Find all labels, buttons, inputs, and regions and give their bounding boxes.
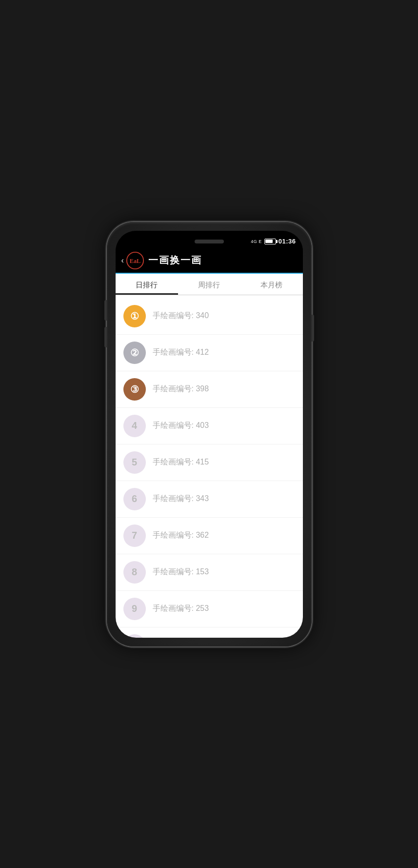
power-button[interactable] — [312, 315, 314, 342]
rank-badge-3: ③ — [123, 378, 146, 401]
list-item[interactable]: 10 手绘画编号: 359 — [116, 627, 303, 638]
signal-indicator: 4G E — [251, 239, 262, 244]
svg-text:EaL: EaL — [130, 257, 141, 264]
list-item[interactable]: 5 手绘画编号: 415 — [116, 444, 303, 481]
rank-badge-1: ① — [123, 305, 146, 327]
tab-weekly[interactable]: 周排行 — [178, 274, 240, 295]
phone-screen: 4G E 01:36 ‹ EaL 一画换一画 日排行 周排行 本月榜 — [116, 231, 303, 638]
list-item[interactable]: ③ 手绘画编号: 398 — [116, 371, 303, 408]
list-item[interactable]: 8 手绘画编号: 153 — [116, 554, 303, 591]
list-item[interactable]: ① 手绘画编号: 340 — [116, 298, 303, 335]
clock: 01:36 — [279, 238, 296, 245]
rank-badge-9: 9 — [123, 598, 146, 620]
item-label-6: 手绘画编号: 343 — [153, 494, 209, 504]
ranking-list: ① 手绘画编号: 340 ② 手绘画编号: 412 ③ 手绘画编号: 398 4… — [116, 295, 303, 638]
list-item[interactable]: 4 手绘画编号: 403 — [116, 408, 303, 444]
rank-badge-10: 10 — [123, 634, 146, 638]
item-label-5: 手绘画编号: 415 — [153, 457, 209, 467]
battery-icon — [264, 239, 276, 244]
item-label-4: 手绘画编号: 403 — [153, 421, 209, 431]
item-label-1: 手绘画编号: 340 — [153, 311, 209, 321]
speaker — [195, 240, 224, 243]
volume-down-button[interactable] — [104, 327, 107, 347]
item-label-2: 手绘画编号: 412 — [153, 347, 209, 358]
app-title: 一画换一画 — [148, 254, 202, 267]
list-item[interactable]: 9 手绘画编号: 253 — [116, 591, 303, 627]
rank-badge-6: 6 — [123, 488, 146, 510]
app-header: ‹ EaL 一画换一画 — [116, 248, 303, 274]
rank-badge-2: ② — [123, 342, 146, 364]
volume-up-button[interactable] — [104, 300, 107, 321]
tab-daily[interactable]: 日排行 — [116, 274, 178, 295]
item-label-8: 手绘画编号: 153 — [153, 567, 209, 577]
rank-badge-7: 7 — [123, 525, 146, 547]
list-item[interactable]: ② 手绘画编号: 412 — [116, 335, 303, 371]
item-label-3: 手绘画编号: 398 — [153, 384, 209, 394]
tab-monthly[interactable]: 本月榜 — [240, 274, 303, 295]
list-item[interactable]: 7 手绘画编号: 362 — [116, 518, 303, 554]
phone-frame: 4G E 01:36 ‹ EaL 一画换一画 日排行 周排行 本月榜 — [107, 222, 312, 646]
rank-badge-8: 8 — [123, 561, 146, 584]
item-label-7: 手绘画编号: 362 — [153, 530, 209, 541]
rank-badge-5: 5 — [123, 451, 146, 474]
rank-badge-4: 4 — [123, 415, 146, 437]
item-label-9: 手绘画编号: 253 — [153, 604, 209, 614]
app-logo: EaL — [126, 251, 144, 270]
tab-bar: 日排行 周排行 本月榜 — [116, 274, 303, 295]
list-item[interactable]: 6 手绘画编号: 343 — [116, 481, 303, 518]
back-button[interactable]: ‹ — [121, 256, 124, 265]
